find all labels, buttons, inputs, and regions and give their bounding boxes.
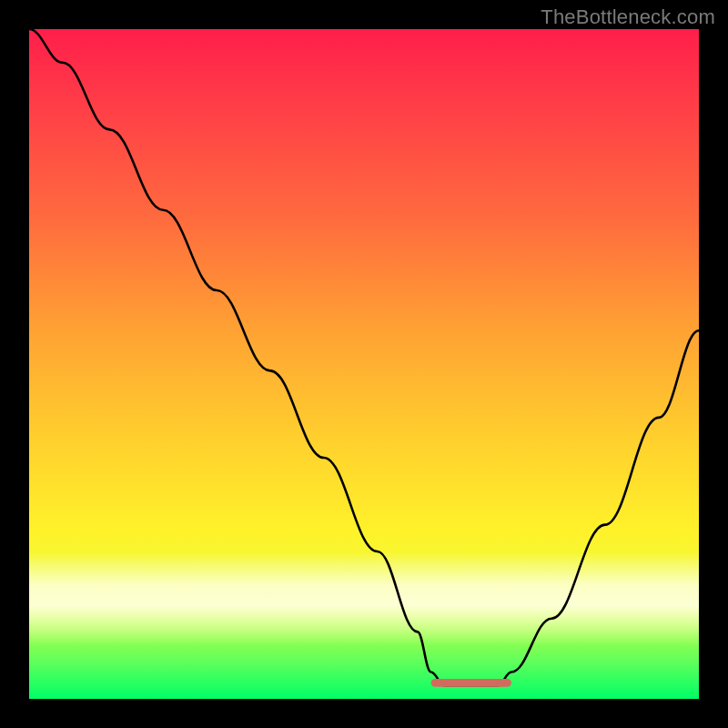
- chart-frame: TheBottleneck.com: [0, 0, 728, 728]
- watermark-text: TheBottleneck.com: [541, 5, 715, 29]
- curve-layer: [29, 29, 699, 699]
- bottleneck-curve: [29, 29, 699, 685]
- plot-area: [29, 29, 699, 699]
- flat-bottom-segment: [431, 679, 511, 687]
